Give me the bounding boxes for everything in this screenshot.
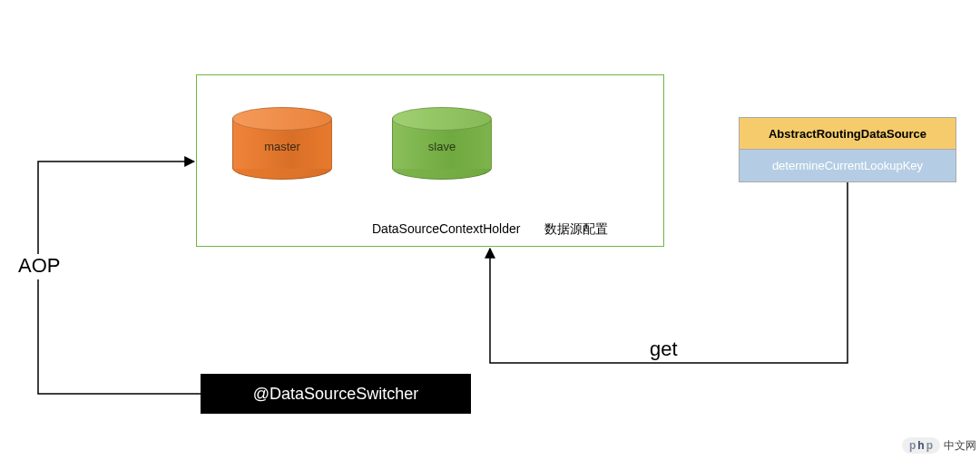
master-database-icon: master <box>232 107 332 180</box>
watermark: p h p 中文网 <box>902 435 976 456</box>
slave-database-icon: slave <box>392 107 492 180</box>
context-holder-label: DataSourceContextHolder <box>372 221 535 241</box>
aop-label: AOP <box>18 254 60 278</box>
get-label: get <box>650 338 678 361</box>
watermark-text: 中文网 <box>944 438 976 454</box>
datasource-switcher-tag: @DataSourceSwitcher <box>201 374 471 414</box>
abstract-routing-box: AbstractRoutingDataSource <box>739 117 956 150</box>
slave-label: slave <box>392 140 492 153</box>
context-holder-config-label: 数据源配置 <box>544 221 635 241</box>
determine-key-box: determineCurrentLookupKey <box>739 150 956 182</box>
watermark-logo: p h p <box>902 437 940 454</box>
diagram-canvas: master slave DataSourceContextHolder 数据源… <box>0 0 980 460</box>
master-label: master <box>232 140 332 153</box>
